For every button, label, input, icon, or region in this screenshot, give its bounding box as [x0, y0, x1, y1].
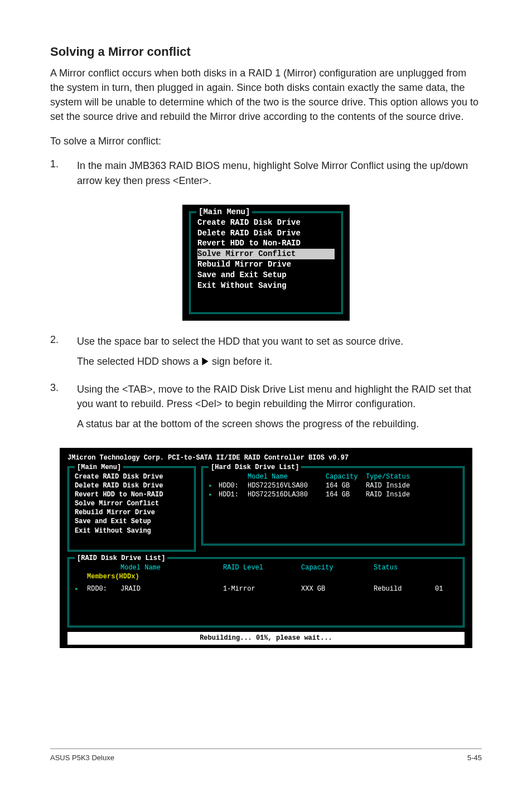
bios-raid-list-title: [RAID Disk Drive List]	[75, 554, 167, 563]
footer-left: ASUS P5K3 Deluxe	[50, 753, 114, 762]
step-1: 1. In the main JMB363 RAID BIOS menu, hi…	[50, 158, 482, 193]
menu-item-exit-nosave[interactable]: Exit Without Saving	[197, 281, 335, 291]
lead-paragraph: To solve a Mirror conflict:	[50, 134, 482, 148]
menu-item-revert[interactable]: Revert HDD to Non-RAID	[75, 490, 188, 499]
step-1-text: In the main JMB363 RAID BIOS menu, highl…	[77, 158, 482, 187]
section-heading: Solving a Mirror conflict	[50, 45, 482, 59]
menu-item-create[interactable]: Create RAID Disk Drive	[75, 472, 188, 481]
menu-item-create[interactable]: Create RAID Disk Drive	[197, 218, 335, 228]
step-number: 3.	[50, 382, 77, 437]
step-2: 2. Use the space bar to select the HDD t…	[50, 334, 482, 374]
menu-item-rebuild[interactable]: Rebuild Mirror Drive	[197, 259, 335, 270]
raid-members-label: Members(HDDx)	[75, 572, 457, 581]
page-footer: ASUS P5K3 Deluxe 5-45	[50, 748, 482, 762]
step-2-text-a: Use the space bar to select the HDD that…	[77, 334, 482, 349]
step-number: 1.	[50, 158, 77, 193]
bios-header: JMicron Technology Corp. PCI-to-SATA II/…	[67, 453, 465, 462]
step-number: 2.	[50, 334, 77, 374]
footer-right: 5-45	[467, 753, 482, 762]
hdd-headers: Model Name Capacity Type/Status	[209, 472, 457, 481]
hdd-row-1[interactable]: ▸ HDD1: HDS722516DLA380 164 GB RAID Insi…	[209, 490, 457, 499]
bios-wide-screen: JMicron Technology Corp. PCI-to-SATA II/…	[60, 448, 472, 648]
bios-hdd-list-title: [Hard Disk Drive List]	[209, 463, 301, 472]
menu-item-revert[interactable]: Revert HDD to Non-RAID	[197, 238, 335, 249]
bios-small-menu: [Main Menu] Create RAID Disk Drive Delet…	[182, 205, 350, 321]
menu-item-delete[interactable]: Delete RAID Disk Drive	[197, 228, 335, 239]
svg-marker-0	[202, 357, 208, 365]
step-3-text-b: A status bar at the bottom of the screen…	[77, 417, 482, 431]
menu-item-solve-mirror[interactable]: Solve Mirror Conflict	[75, 499, 188, 508]
triangle-right-icon	[201, 357, 209, 365]
menu-item-rebuild[interactable]: Rebuild Mirror Drive	[75, 508, 188, 517]
raid-headers: Model Name RAID Level Capacity Status	[75, 563, 457, 572]
hdd-row-0[interactable]: ▸ HDD0: HDS722516VLSA80 164 GB RAID Insi…	[209, 481, 457, 490]
menu-item-solve-mirror[interactable]: Solve Mirror Conflict	[197, 249, 335, 259]
step-2-text-b: The selected HDD shows a sign before it.	[77, 354, 482, 369]
raid-row-0[interactable]: ▸ RDD0: JRAID 1-Mirror XXX GB Rebuild 01	[75, 584, 457, 593]
bios-main-menu-title: [Main Menu]	[75, 463, 123, 472]
menu-item-save-exit[interactable]: Save and Exit Setup	[75, 517, 188, 526]
bios-small-title: [Main Menu]	[196, 207, 252, 218]
bios-status-bar: Rebuilding... 01%, please wait...	[67, 632, 465, 644]
menu-item-save-exit[interactable]: Save and Exit Setup	[197, 270, 335, 281]
step-3-text-a: Using the <TAB>, move to the RAID Disk D…	[77, 382, 482, 411]
menu-item-delete[interactable]: Delete RAID Disk Drive	[75, 481, 188, 490]
menu-item-exit-nosave[interactable]: Exit Without Saving	[75, 526, 188, 535]
step-3: 3. Using the <TAB>, move to the RAID Dis…	[50, 382, 482, 437]
intro-paragraph: A Mirror conflict occurs when both disks…	[50, 66, 482, 124]
